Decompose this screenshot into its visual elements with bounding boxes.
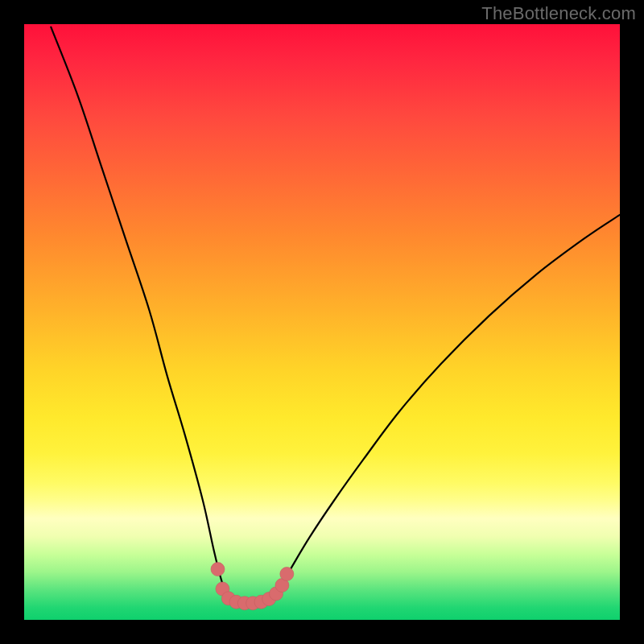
plot-area — [24, 24, 620, 620]
curve-layer — [24, 24, 620, 620]
watermark-text: TheBottleneck.com — [481, 3, 636, 24]
valley-marker-group — [211, 563, 294, 610]
chart-frame: TheBottleneck.com — [0, 0, 644, 644]
bottleneck-curve — [51, 27, 620, 604]
valley-marker — [280, 568, 294, 581]
valley-marker — [211, 563, 225, 576]
